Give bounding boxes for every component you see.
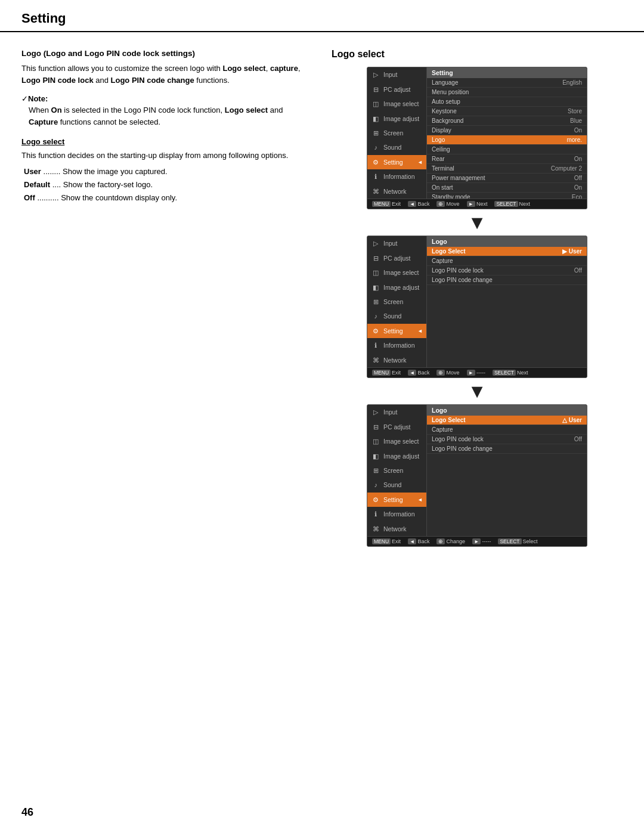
screen-icon-2: ⊞ — [371, 297, 380, 306]
sidebar-item-sound-2: ♪ Sound — [367, 309, 426, 323]
input-icon-2: ▷ — [371, 239, 380, 248]
page-number: 46 — [21, 806, 33, 818]
sidebar-item-network-2: ⌘ Network — [367, 353, 426, 367]
sidebar-item-input-2: ▷ Input — [367, 236, 426, 250]
proj-row: Logo PIN code change — [427, 275, 587, 285]
network-icon-2: ⌘ — [371, 355, 380, 365]
proj-sidebar-2: ▷ Input ⊟ PC adjust ◫ Image select ◧ — [367, 236, 427, 367]
option-off: Off .......... Show the countdown displa… — [24, 191, 314, 205]
sidebar-item-imgadjust-2: ◧ Image adjust — [367, 280, 426, 294]
info-icon: ℹ — [371, 172, 380, 181]
proj-body-3: ▷ Input ⊟ PC adjust ◫ Image select ◧ — [367, 405, 587, 536]
sidebar-item-pcadjust-3: ⊟ PC adjust — [367, 419, 426, 433]
sidebar-item-input-1: ▷ Input — [367, 67, 426, 82]
sidebar-item-sound-3: ♪ Sound — [367, 478, 426, 492]
sound-icon-3: ♪ — [371, 480, 380, 490]
logo-select-title: Logo select — [332, 49, 623, 60]
proj-row-logo: Logomore. — [427, 135, 587, 145]
arrow-down-2: ▼ — [467, 382, 487, 401]
network-icon-3: ⌘ — [371, 524, 380, 534]
projector-ui-3: ▷ Input ⊟ PC adjust ◫ Image select ◧ — [367, 404, 587, 547]
proj-row: Logo PIN code change — [427, 444, 587, 454]
screen-icon: ⊞ — [371, 128, 380, 138]
note-text: When On is selected in the Logo PIN code… — [29, 104, 314, 128]
proj-bottom-1: MENU Exit ◄ Back ⊕ Move ► Next SELECT Ne… — [367, 199, 587, 209]
sidebar-item-network-1: ⌘ Network — [367, 184, 426, 199]
info-icon-3: ℹ — [371, 509, 380, 519]
proj-bottom-2: MENU Exit ◄ Back ⊕ Move ► ----- SELECT N… — [367, 367, 587, 377]
proj-row: Power managementOff — [427, 174, 587, 183]
proj-main-2: Logo Logo Select▶ User Capture Logo PIN … — [427, 236, 587, 367]
sidebar-item-sound-1: ♪ Sound — [367, 140, 426, 154]
network-icon: ⌘ — [371, 187, 380, 196]
arrow-down-1: ▼ — [467, 213, 487, 232]
input-icon-3: ▷ — [371, 407, 380, 417]
proj-body-2: ▷ Input ⊟ PC adjust ◫ Image select ◧ — [367, 236, 587, 367]
sidebar-item-screen-2: ⊞ Screen — [367, 295, 426, 309]
main-heading: Logo (Logo and Logo PIN code lock settin… — [21, 49, 314, 58]
proj-row-logo-select-3: Logo Select△ User — [427, 416, 587, 425]
proj-row: On startOn — [427, 183, 587, 193]
setting-icon: ⚙ — [371, 157, 380, 167]
imgadj-icon-2: ◧ — [371, 283, 380, 292]
proj-row: BackgroundBlue — [427, 116, 587, 126]
sidebar-item-imgselect-2: ◫ Image select — [367, 265, 426, 280]
sidebar-item-pcadjust-1: ⊟ PC adjust — [367, 82, 426, 96]
setting-icon-3: ⚙ — [371, 495, 380, 504]
proj-main-header-3: Logo — [427, 405, 587, 416]
imgadj-icon: ◧ — [371, 114, 380, 123]
right-column: Logo select ▷ Input ⊟ PC adjust — [332, 49, 623, 547]
imgadj-icon-3: ◧ — [371, 451, 380, 461]
logo-select-subheading: Logo select — [21, 137, 314, 146]
option-default: Default .... Show the factory-set logo. — [24, 178, 314, 191]
sidebar-item-pcadjust-2: ⊟ PC adjust — [367, 250, 426, 265]
proj-row: DisplayOn — [427, 126, 587, 135]
imgsel-icon: ◫ — [371, 99, 380, 109]
proj-row: Auto setup — [427, 97, 587, 107]
proj-row: Logo PIN code lockOff — [427, 435, 587, 444]
proj-row: Logo PIN code lockOff — [427, 266, 587, 275]
option-list: User ........ Show the image you capture… — [24, 165, 314, 205]
sidebar-item-screen-3: ⊞ Screen — [367, 463, 426, 478]
proj-sidebar-3: ▷ Input ⊟ PC adjust ◫ Image select ◧ — [367, 405, 427, 536]
intro-text: This function allows you to customize th… — [21, 63, 314, 86]
imgsel-icon-2: ◫ — [371, 268, 380, 277]
imgsel-icon-3: ◫ — [371, 436, 380, 446]
sidebar-item-setting-2: ⚙ Setting ◄ — [367, 324, 426, 338]
page-footer: 46 — [21, 806, 33, 819]
sound-icon: ♪ — [371, 143, 380, 152]
left-column: Logo (Logo and Logo PIN code lock settin… — [21, 49, 314, 547]
sidebar-item-info-2: ℹ Information — [367, 338, 426, 352]
pc-icon-3: ⊟ — [371, 422, 380, 432]
projector-ui-2: ▷ Input ⊟ PC adjust ◫ Image select ◧ — [367, 236, 587, 378]
sidebar-item-imgadjust-1: ◧ Image adjust — [367, 111, 426, 125]
sidebar-item-info-1: ℹ Information — [367, 169, 426, 184]
sound-icon-2: ♪ — [371, 311, 380, 321]
sidebar-item-input-3: ▷ Input — [367, 405, 426, 419]
proj-main-header-1: Setting — [427, 67, 587, 78]
pc-icon-2: ⊟ — [371, 253, 380, 263]
note-block: ✓Note: When On is selected in the Logo P… — [21, 94, 314, 128]
setting-icon-2: ⚙ — [371, 326, 380, 336]
projector-ui-1: ▷ Input ⊟ PC adjust ◫ Image select ◧ — [367, 67, 587, 209]
proj-bottom-3: MENU Exit ◄ Back ⊕ Change ► ----- SELECT… — [367, 536, 587, 546]
proj-body-1: ▷ Input ⊟ PC adjust ◫ Image select ◧ — [367, 67, 587, 199]
sidebar-item-imgselect-1: ◫ Image select — [367, 97, 426, 111]
page-header: Setting — [0, 0, 644, 32]
proj-row: Ceiling — [427, 145, 587, 154]
sidebar-item-setting-1: ⚙ Setting ◄ — [367, 155, 426, 169]
input-icon: ▷ — [371, 70, 380, 79]
logo-select-desc: This function decides on the starting-up… — [21, 150, 314, 162]
note-label: ✓Note: — [21, 94, 48, 103]
proj-row: TerminalComputer 2 — [427, 164, 587, 174]
content-area: Logo (Logo and Logo PIN code lock settin… — [0, 32, 644, 547]
proj-row: Capture — [427, 256, 587, 266]
sidebar-item-imgadjust-3: ◧ Image adjust — [367, 448, 426, 463]
page-title: Setting — [21, 11, 66, 26]
proj-main-1: Setting LanguageEnglish Menu position Au… — [427, 67, 587, 199]
proj-row-logo-select: Logo Select▶ User — [427, 247, 587, 256]
proj-row: RearOn — [427, 154, 587, 164]
proj-main-header-2: Logo — [427, 236, 587, 247]
proj-sidebar-1: ▷ Input ⊟ PC adjust ◫ Image select ◧ — [367, 67, 427, 199]
sidebar-item-info-3: ℹ Information — [367, 507, 426, 521]
